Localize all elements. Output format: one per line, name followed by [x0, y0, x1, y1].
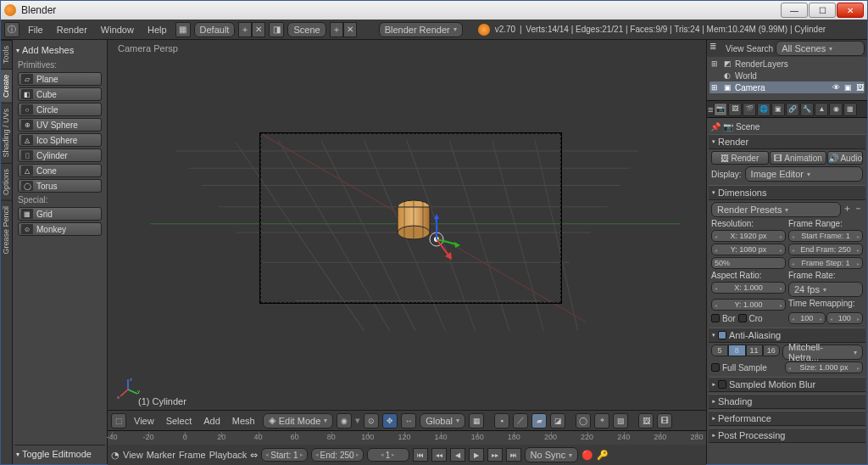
- range-icon[interactable]: ⇔: [250, 450, 258, 461]
- edge-select-icon[interactable]: ／: [513, 413, 528, 429]
- minimize-button[interactable]: —: [781, 3, 808, 18]
- renderable-icon[interactable]: 🖼: [854, 82, 865, 92]
- aspect-x-field[interactable]: ◂X: 1.000▸: [711, 282, 786, 294]
- aa-8-button[interactable]: 8: [728, 345, 745, 356]
- render-anim-icon[interactable]: 🎞: [657, 413, 672, 429]
- pin-icon[interactable]: 📌: [710, 122, 721, 132]
- menu-window[interactable]: Window: [96, 25, 139, 35]
- fps-select[interactable]: 24 fps▾: [788, 282, 863, 297]
- aa-11-button[interactable]: 11: [746, 345, 763, 356]
- shading-panel-header[interactable]: ▾Shading: [709, 394, 865, 409]
- sync-mode-select[interactable]: No Sync▾: [525, 447, 579, 462]
- snap-target-icon[interactable]: ▧: [613, 413, 628, 429]
- menu-render[interactable]: Render: [52, 25, 92, 35]
- add-monkey-button[interactable]: ☺Monkey: [18, 222, 102, 236]
- jump-start-button[interactable]: ⏮: [413, 448, 428, 462]
- start-frame-field[interactable]: ◂Start Frame: 1▸: [788, 230, 863, 242]
- end-frame-field[interactable]: ◂End Fram: 250▸: [788, 244, 863, 255]
- screen-layout-select[interactable]: Default: [194, 22, 236, 37]
- menu-view[interactable]: View: [130, 416, 159, 426]
- remap-new-field[interactable]: ◂100▸: [826, 312, 864, 324]
- performance-panel-header[interactable]: ▾Performance: [709, 411, 865, 426]
- limit-selection-icon[interactable]: ◪: [550, 413, 565, 429]
- tab-texture-icon[interactable]: ▦: [843, 103, 857, 116]
- tab-world-icon[interactable]: 🌐: [757, 103, 771, 116]
- visibility-icon[interactable]: 👁: [831, 82, 841, 92]
- aa-size-field[interactable]: ◂Size: 1.000 px▸: [785, 361, 863, 373]
- add-icosphere-button[interactable]: ◬Ico Sphere: [18, 133, 102, 147]
- pivot-icon[interactable]: ⊙: [364, 413, 379, 429]
- crop-checkbox[interactable]: [738, 314, 747, 322]
- tab-grease-pencil[interactable]: Grease Pencil: [1, 200, 12, 260]
- vertex-select-icon[interactable]: ▪: [494, 413, 509, 429]
- add-plane-button[interactable]: ▱Plane: [18, 72, 102, 86]
- menu-help[interactable]: Help: [142, 25, 172, 35]
- editor-type-properties-icon[interactable]: ≡: [708, 104, 713, 115]
- remap-old-field[interactable]: ◂100▸: [788, 312, 826, 324]
- editor-type-timeline-icon[interactable]: ◔: [111, 450, 120, 461]
- tl-menu-view[interactable]: View: [123, 450, 143, 460]
- tab-shading-uvs[interactable]: Shading / UVs: [1, 103, 12, 163]
- tab-render-icon[interactable]: 📷: [714, 103, 727, 116]
- selectable-icon[interactable]: ▣: [843, 82, 853, 92]
- tl-menu-playback[interactable]: Playback: [209, 450, 248, 460]
- tab-modifiers-icon[interactable]: 🔧: [800, 103, 814, 116]
- editor-type-outliner-icon[interactable]: ≣: [709, 42, 723, 55]
- tab-tools[interactable]: Tools: [1, 40, 12, 69]
- autokey-icon[interactable]: 🔴: [581, 450, 593, 461]
- render-panel-header[interactable]: ▾Render: [709, 134, 865, 149]
- tab-renderlayers-icon[interactable]: 🖼: [728, 103, 742, 116]
- add-cone-button[interactable]: △Cone: [18, 164, 102, 177]
- end-frame-field[interactable]: ◂End: 250▸: [311, 448, 364, 462]
- full-sample-checkbox[interactable]: [711, 363, 720, 372]
- menu-mesh[interactable]: Mesh: [228, 416, 259, 426]
- tab-data-icon[interactable]: ▲: [815, 103, 828, 116]
- jump-end-button[interactable]: ⏭: [506, 448, 521, 462]
- keying-set-icon[interactable]: 🔑: [597, 450, 609, 461]
- res-x-field[interactable]: ◂X: 1920 px▸: [711, 230, 786, 242]
- preset-add-button[interactable]: ＋: [843, 202, 852, 217]
- outliner-row-renderlayers[interactable]: ⊞◩RenderLayers: [709, 58, 865, 70]
- animation-button[interactable]: 🎞Animation: [770, 151, 827, 165]
- timeline-ruler[interactable]: -40-200204060801001201401601802002202402…: [108, 431, 706, 445]
- ol-menu-search[interactable]: Search: [747, 44, 774, 53]
- keyframe-prev-button[interactable]: ◂◂: [431, 448, 447, 462]
- preset-remove-button[interactable]: －: [854, 202, 863, 217]
- snap-icon[interactable]: ⌖: [594, 413, 609, 429]
- close-button[interactable]: ✕: [837, 3, 864, 18]
- menu-select[interactable]: Select: [162, 416, 197, 426]
- render-engine-select[interactable]: Blender Render▾: [379, 22, 463, 37]
- add-circle-button[interactable]: ○Circle: [18, 103, 102, 116]
- scene-add-button[interactable]: ＋: [330, 22, 343, 37]
- postprocessing-panel-header[interactable]: ▾Post Processing: [709, 428, 865, 443]
- add-torus-button[interactable]: ◯Torus: [18, 179, 102, 193]
- tab-object-icon[interactable]: ▣: [771, 103, 785, 116]
- tab-material-icon[interactable]: ◉: [829, 103, 843, 116]
- proportional-edit-icon[interactable]: ◯: [576, 413, 591, 429]
- display-select[interactable]: Image Editor▾: [745, 166, 863, 182]
- outliner-row-camera[interactable]: ⊞▣Camera 👁▣🖼: [709, 81, 865, 93]
- translate-icon[interactable]: ↔: [401, 413, 416, 429]
- tl-menu-frame[interactable]: Frame: [179, 450, 206, 460]
- add-meshes-header[interactable]: Add Meshes: [14, 42, 105, 59]
- start-frame-field[interactable]: ◂Start: 1▸: [261, 448, 307, 462]
- layout-add-button[interactable]: ＋: [238, 22, 252, 37]
- audio-button[interactable]: 🔊Audio: [827, 151, 863, 165]
- tl-menu-marker[interactable]: Marker: [147, 450, 175, 460]
- aa-checkbox[interactable]: [718, 331, 726, 339]
- render-preview-icon[interactable]: 🖼: [638, 413, 654, 429]
- add-grid-button[interactable]: ▦Grid: [18, 207, 102, 221]
- current-frame-field[interactable]: ◂1▸: [367, 448, 409, 462]
- scene-select[interactable]: Scene: [287, 22, 326, 37]
- editor-type-3dview-icon[interactable]: ⬚: [111, 413, 126, 429]
- 3d-viewport[interactable]: Camera Persp: [108, 40, 706, 410]
- aa-16-button[interactable]: 16: [763, 345, 780, 356]
- dimensions-panel-header[interactable]: ▾Dimensions: [709, 185, 865, 200]
- scene-delete-button[interactable]: ✕: [343, 22, 357, 37]
- aa-panel-header[interactable]: ▾Anti-Aliasing: [709, 328, 865, 343]
- tab-scene-icon[interactable]: 🎬: [743, 103, 756, 116]
- manipulator-gizmo[interactable]: [411, 214, 462, 265]
- menu-add[interactable]: Add: [199, 416, 225, 426]
- ol-menu-view[interactable]: View: [726, 44, 744, 53]
- outliner-row-world[interactable]: ◐World: [709, 70, 865, 81]
